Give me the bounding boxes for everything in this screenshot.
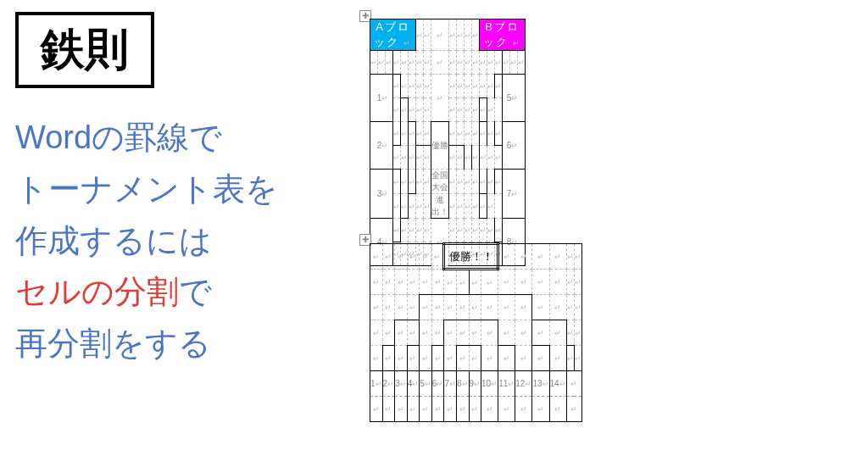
team-num-cell: 6 (431, 371, 444, 397)
cell (424, 19, 431, 51)
table-row (370, 295, 582, 320)
description: Wordの罫線で トーナメント表を 作成するには セルの分割で 再分割をする (15, 112, 354, 370)
team-num-cell: 12 (515, 371, 532, 397)
team-num-cell: 9 (469, 371, 481, 397)
table-row: 優勝！！ (370, 244, 582, 270)
cell (465, 19, 472, 51)
cell (472, 19, 480, 51)
team-cell: 1 (370, 75, 393, 122)
winner-cell: 優勝 (431, 122, 449, 170)
team-num-cell: 11 (498, 371, 515, 397)
team-cell: 3 (370, 170, 393, 219)
desc-line-3: 作成するには (15, 215, 354, 267)
team-num-cell: 8 (456, 371, 469, 397)
team-cell: 6 (503, 122, 526, 170)
table-row (370, 320, 582, 346)
table-row: 3 全国大会 7 (370, 170, 526, 194)
team-num-cell: 7 (444, 371, 457, 397)
block-a-header: Aブロック (370, 19, 416, 51)
team-cell: 2 (370, 122, 393, 170)
team-num-cell: 14 (549, 371, 566, 397)
block-b-header: Bブロック (480, 19, 526, 51)
team-num-cell: 1 (370, 371, 383, 397)
winner-cell: 優勝！！ (444, 244, 498, 270)
team-cell: 5 (503, 75, 526, 122)
top-tournament-table: Aブロック Bブロック 1 5 (370, 19, 526, 266)
bottom-tournament-table: 優勝！！ (370, 242, 582, 422)
desc-line-1: Wordの罫線で (15, 112, 354, 164)
cell (431, 19, 449, 51)
table-row: Aブロック Bブロック (370, 19, 526, 51)
team-cell: 7 (503, 170, 526, 219)
team-num-cell: 10 (481, 371, 498, 397)
team-num-cell: 4 (407, 371, 420, 397)
winner-sub2: 進出！ (431, 194, 449, 219)
team-num-cell: 3 (395, 371, 408, 397)
desc-line-4-highlight: セルの分割 (15, 274, 179, 309)
cell (457, 19, 465, 51)
table-row: 2 優勝 6 (370, 122, 526, 146)
table-row (370, 270, 582, 295)
team-num-cell (566, 371, 581, 397)
table-row: 1 5 (370, 75, 526, 98)
table-row (370, 346, 582, 371)
winner-sub1: 全国大会 (431, 170, 449, 194)
table-row (370, 397, 582, 422)
cell (449, 19, 457, 51)
desc-line-4-rest: で (179, 274, 212, 309)
desc-line-5: 再分割をする (15, 318, 354, 370)
table-row: 4 8 (370, 219, 526, 242)
desc-line-2: トーナメント表を (15, 164, 354, 215)
team-num-cell: 2 (382, 371, 395, 397)
table-row: 1 2 3 4 5 6 7 8 9 10 11 12 13 14 (370, 371, 582, 397)
team-num-cell: 13 (532, 371, 549, 397)
cell (416, 19, 424, 51)
table-row (370, 51, 526, 75)
team-num-cell: 5 (420, 371, 432, 397)
rule-heading: 鉄則 (15, 12, 154, 88)
